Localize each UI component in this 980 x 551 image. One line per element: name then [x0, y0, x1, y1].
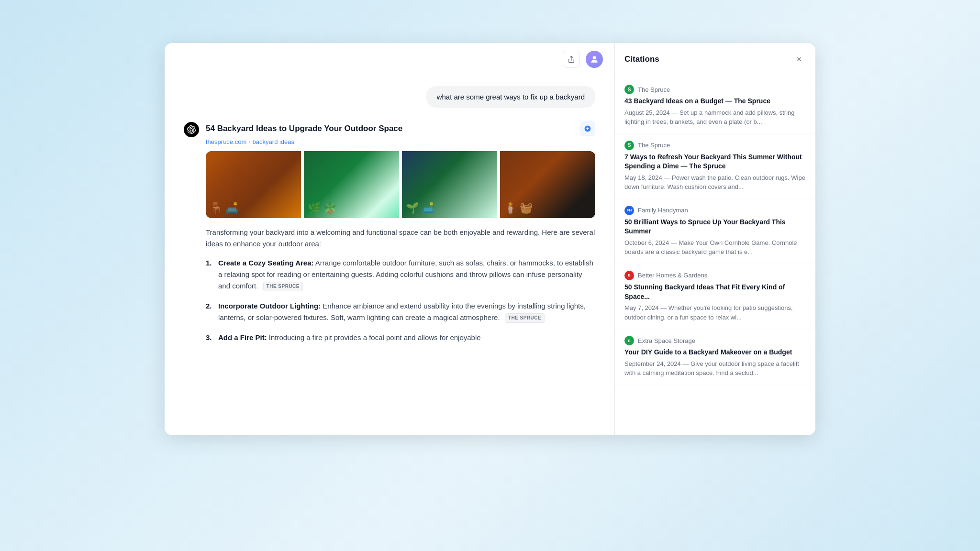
citations-title: Citations: [624, 55, 659, 64]
idea-label-2: Incorporate Outdoor Lighting:: [218, 302, 321, 310]
close-citations-button[interactable]: ×: [792, 53, 806, 66]
citation-source-row-1: S The Spruce: [624, 85, 806, 94]
citations-header: Citations ×: [615, 43, 815, 74]
citation-item-1[interactable]: S The Spruce 43 Backyard Ideas on a Budg…: [615, 78, 815, 134]
citation-badge-2: THE SPRUCE: [505, 313, 545, 323]
idea-num-1: 1.: [206, 257, 215, 292]
source-name-2: The Spruce: [638, 142, 670, 149]
ai-description: Transforming your backyard into a welcom…: [206, 227, 595, 250]
source-icon-3: FH: [624, 206, 634, 215]
citation-excerpt-4: May 7, 2024 — Whether you're looking for…: [624, 303, 806, 322]
idea-num-2: 2.: [206, 300, 215, 323]
source-icon-5: E: [624, 336, 634, 345]
backyard-image-2: [304, 151, 399, 218]
result-breadcrumb: thespruce.com › backyard ideas: [206, 138, 595, 145]
svg-point-1: [593, 56, 596, 59]
citation-item-2[interactable]: S The Spruce 7 Ways to Refresh Your Back…: [615, 134, 815, 199]
source-name-3: Family Handyman: [638, 207, 688, 214]
citations-panel: Citations × S The Spruce 43 Backyard Ide…: [614, 43, 815, 435]
app-container: what are some great ways to fix up a bac…: [165, 43, 815, 435]
idea-text-2: Incorporate Outdoor Lighting: Enhance am…: [218, 300, 595, 323]
ai-response: 54 Backyard Ideas to Upgrade Your Outdoo…: [184, 121, 595, 352]
source-icon-2: S: [624, 141, 634, 150]
citation-title-1: 43 Backyard Ideas on a Budget — The Spru…: [624, 97, 806, 106]
citation-excerpt-2: May 18, 2024 — Power wash the patio. Cle…: [624, 173, 806, 192]
user-message-text: what are some great ways to fix up a bac…: [437, 93, 585, 101]
idea-label-1: Create a Cozy Seating Area:: [218, 259, 314, 267]
user-avatar[interactable]: [586, 51, 603, 68]
citation-item-3[interactable]: FH Family Handyman 50 Brilliant Ways to …: [615, 199, 815, 264]
chat-area: what are some great ways to fix up a bac…: [165, 72, 614, 435]
source-icon-1: S: [624, 85, 634, 94]
breadcrumb-site[interactable]: thespruce.com: [206, 138, 246, 145]
bookmark-button[interactable]: [580, 121, 595, 136]
citations-list: S The Spruce 43 Backyard Ideas on a Budg…: [615, 74, 815, 435]
citation-source-row-5: E Extra Space Storage: [624, 336, 806, 345]
citation-badge-1: THE SPRUCE: [263, 282, 303, 291]
share-button[interactable]: [563, 51, 580, 68]
main-panel: what are some great ways to fix up a bac…: [165, 43, 614, 435]
source-name-4: Better Homes & Gardens: [638, 272, 707, 279]
result-card: 54 Backyard Ideas to Upgrade Your Outdoo…: [206, 121, 595, 218]
user-message-row: what are some great ways to fix up a bac…: [184, 86, 595, 108]
top-bar: [165, 43, 614, 72]
citation-source-row-4: B Better Homes & Gardens: [624, 271, 806, 280]
result-card-header: 54 Backyard Ideas to Upgrade Your Outdoo…: [206, 121, 595, 136]
source-name-1: The Spruce: [638, 86, 670, 93]
result-title: 54 Backyard Ideas to Upgrade Your Outdoo…: [206, 123, 402, 134]
breadcrumb-separator: ›: [248, 138, 250, 145]
idea-num-3: 3.: [206, 332, 215, 343]
ai-content: 54 Backyard Ideas to Upgrade Your Outdoo…: [206, 121, 595, 352]
citation-title-5: Your DIY Guide to a Backyard Makeover on…: [624, 348, 806, 357]
citation-excerpt-1: August 25, 2024 — Set up a hammock and a…: [624, 108, 806, 127]
idea-body-3: Introducing a fire pit provides a focal …: [269, 333, 481, 342]
breadcrumb-page[interactable]: backyard ideas: [253, 138, 294, 145]
ideas-list: 1. Create a Cozy Seating Area: Arrange c…: [206, 257, 595, 343]
citation-title-2: 7 Ways to Refresh Your Backyard This Sum…: [624, 153, 806, 171]
citation-item-5[interactable]: E Extra Space Storage Your DIY Guide to …: [615, 329, 815, 385]
citation-excerpt-3: October 6, 2024 — Make Your Own Cornhole…: [624, 238, 806, 257]
backyard-image-4: [500, 151, 595, 218]
citation-excerpt-5: September 24, 2024 — Give your outdoor l…: [624, 359, 806, 378]
idea-text-1: Create a Cozy Seating Area: Arrange comf…: [218, 257, 595, 292]
idea-item-1: 1. Create a Cozy Seating Area: Arrange c…: [206, 257, 595, 292]
backyard-image-3: [402, 151, 497, 218]
citation-source-row-3: FH Family Handyman: [624, 206, 806, 215]
user-message: what are some great ways to fix up a bac…: [426, 86, 595, 108]
image-grid: [206, 151, 595, 218]
citation-source-row-2: S The Spruce: [624, 141, 806, 150]
ai-avatar-icon: [184, 122, 199, 137]
citation-item-4[interactable]: B Better Homes & Gardens 50 Stunning Bac…: [615, 264, 815, 329]
citation-title-4: 50 Stunning Backyard Ideas That Fit Ever…: [624, 283, 806, 301]
idea-item-2: 2. Incorporate Outdoor Lighting: Enhance…: [206, 300, 595, 323]
source-icon-4: B: [624, 271, 634, 280]
idea-label-3: Add a Fire Pit:: [218, 333, 267, 342]
backyard-image-1: [206, 151, 301, 218]
idea-text-3: Add a Fire Pit: Introducing a fire pit p…: [218, 332, 481, 343]
source-name-5: Extra Space Storage: [638, 337, 695, 344]
idea-item-3: 3. Add a Fire Pit: Introducing a fire pi…: [206, 332, 595, 343]
citation-title-3: 50 Brilliant Ways to Spruce Up Your Back…: [624, 218, 806, 236]
